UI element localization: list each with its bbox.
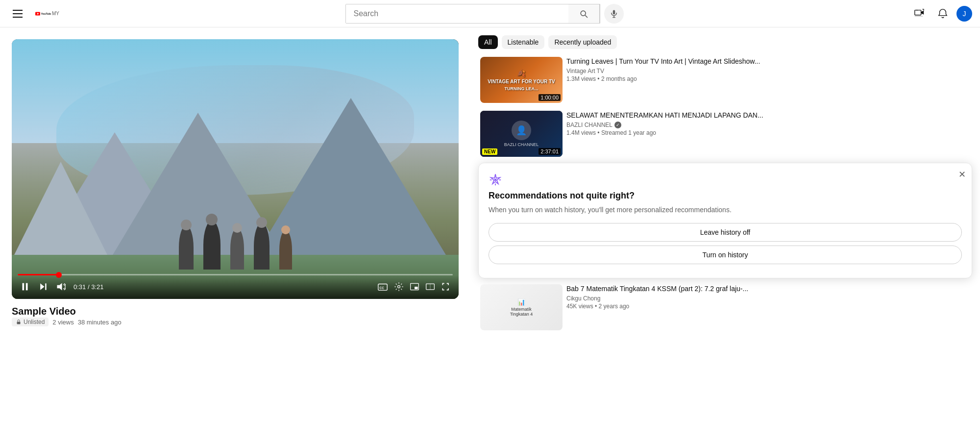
filter-chips: All Listenable Recently uploaded (478, 35, 972, 49)
duration-1: 1:00:00 (539, 94, 561, 101)
next-button[interactable] (36, 280, 50, 294)
svg-rect-11 (23, 283, 24, 291)
svg-point-18 (398, 286, 400, 288)
youtube-logo-icon: YouTube (35, 8, 51, 19)
hamburger-line (13, 10, 23, 11)
chip-all[interactable]: All (478, 35, 498, 49)
video-controls: 0:31 / 3:21 CC (12, 275, 459, 299)
lock-icon (16, 319, 22, 325)
new-badge-2: NEW (482, 148, 497, 155)
svg-rect-12 (26, 283, 28, 291)
search-bar (345, 4, 600, 24)
fullscreen-icon (441, 282, 451, 292)
fullscreen-button[interactable] (439, 280, 453, 294)
sparkle-icon (489, 173, 502, 187)
popup-title: Recommendations not quite right? (489, 191, 962, 201)
svg-marker-15 (57, 283, 62, 291)
avatar[interactable]: J (956, 6, 972, 22)
volume-icon (56, 282, 66, 292)
search-input[interactable] (346, 4, 568, 23)
thumb-img-3: 📊 Matematik Tingkatan 4 (480, 284, 563, 330)
svg-text:CC: CC (380, 286, 385, 290)
thumbnail-1: 🍂 VINTAGE ART FOR YOUR TV TURNING LEA...… (480, 57, 563, 103)
card-title-2: SELAWAT MENENTERAMKAN HATI MENJADI LAPAN… (566, 111, 970, 121)
unlisted-badge: Unlisted (12, 318, 49, 326)
turn-on-history-button[interactable]: Turn on history (489, 246, 962, 264)
mountain-scene (12, 39, 459, 299)
theater-button[interactable] (423, 280, 437, 294)
bell-icon (937, 8, 948, 19)
video-player: 0:31 / 3:21 CC (12, 39, 459, 299)
time-ago: 38 minutes ago (78, 319, 122, 326)
time-display: 0:31 / 3:21 (74, 283, 103, 291)
rec-side: All Listenable Recently uploaded 🍂 VINTA… (470, 27, 980, 444)
popup-description: When you turn on watch history, you'll g… (489, 205, 962, 215)
card-stats-1: 1.3M views • 2 months ago (566, 75, 970, 82)
svg-marker-13 (40, 283, 44, 290)
search-button[interactable] (568, 4, 600, 24)
video-card-3[interactable]: 📊 Matematik Tingkatan 4 Bab 7 Matematik … (478, 282, 972, 332)
svg-text:YouTube: YouTube (41, 12, 51, 15)
miniplayer-icon (410, 282, 419, 292)
card-title-1: Turning Leaves | Turn Your TV Into Art |… (566, 57, 970, 67)
main-container: 0:31 / 3:21 CC (0, 27, 980, 444)
card-channel-3: Cikgu Chong (566, 295, 970, 302)
video-side: 0:31 / 3:21 CC (0, 27, 470, 444)
visibility-label: Unlisted (24, 319, 45, 325)
settings-button[interactable] (392, 280, 406, 294)
svg-rect-3 (612, 10, 615, 14)
view-count: 2 views (52, 319, 74, 326)
volume-button[interactable] (54, 280, 68, 294)
controls-right: CC (375, 279, 453, 294)
miniplayer-button[interactable] (408, 280, 421, 294)
pause-button[interactable] (18, 279, 32, 294)
duration-2: 2:37:01 (539, 148, 561, 155)
chip-listenable[interactable]: Listenable (502, 35, 545, 49)
video-meta: Unlisted 2 views 38 minutes ago (12, 318, 459, 326)
header-center (59, 4, 909, 24)
recommendation-popup: ✕ Recommendations not quite right? When … (478, 163, 972, 278)
video-card-1[interactable]: 🍂 VINTAGE ART FOR YOUR TV TURNING LEA...… (478, 55, 972, 105)
popup-sparkle (489, 173, 962, 187)
hamburger-line (13, 17, 23, 18)
card-info-3: Bab 7 Matematik Tingkatan 4 KSSM (part 2… (566, 284, 970, 330)
create-icon (914, 8, 925, 19)
card-stats-2: 1.4M views • Streamed 1 year ago (566, 129, 970, 136)
svg-rect-14 (45, 283, 47, 290)
cc-icon: CC (377, 281, 388, 292)
card-channel-2: BAZLI CHANNEL ✓ (566, 122, 970, 128)
video-info: Sample Video Unlisted 2 views 38 minutes… (12, 305, 459, 326)
create-button[interactable] (909, 4, 929, 24)
pause-icon (20, 281, 30, 292)
skip-next-icon (38, 282, 48, 292)
card-stats-3: 45K views • 2 years ago (566, 303, 970, 310)
youtube-country-code: MY (52, 11, 59, 16)
leave-history-off-button[interactable]: Leave history off (489, 223, 962, 242)
youtube-logo[interactable]: YouTube MY (35, 8, 59, 19)
chip-recently-uploaded[interactable]: Recently uploaded (548, 35, 617, 49)
video-thumbnail (12, 39, 459, 299)
card-info-1: Turning Leaves | Turn Your TV Into Art |… (566, 57, 970, 103)
search-icon (579, 9, 588, 19)
theater-icon (425, 282, 435, 292)
voice-search-button[interactable] (604, 4, 624, 24)
popup-close-button[interactable]: ✕ (958, 169, 966, 180)
header-right: J (909, 4, 972, 24)
mic-icon (610, 9, 618, 18)
card-title-3: Bab 7 Matematik Tingkatan 4 KSSM (part 2… (566, 284, 970, 294)
svg-rect-23 (17, 322, 21, 324)
verified-icon-2: ✓ (614, 122, 621, 128)
svg-rect-20 (415, 287, 418, 289)
svg-rect-6 (915, 10, 921, 15)
cc-button[interactable]: CC (375, 279, 390, 294)
menu-button[interactable] (8, 4, 27, 24)
header: YouTube MY (0, 0, 980, 27)
hamburger-line (13, 13, 23, 14)
settings-icon (394, 282, 404, 292)
card-channel-1: Vintage Art TV (566, 68, 970, 74)
notifications-button[interactable] (933, 4, 953, 24)
video-card-2[interactable]: 👤 BAZLI CHANNEL NEW 2:37:01 SELAWAT MENE… (478, 109, 972, 159)
header-left: YouTube MY (8, 4, 59, 24)
video-title: Sample Video (12, 305, 459, 318)
svg-point-24 (494, 179, 497, 181)
